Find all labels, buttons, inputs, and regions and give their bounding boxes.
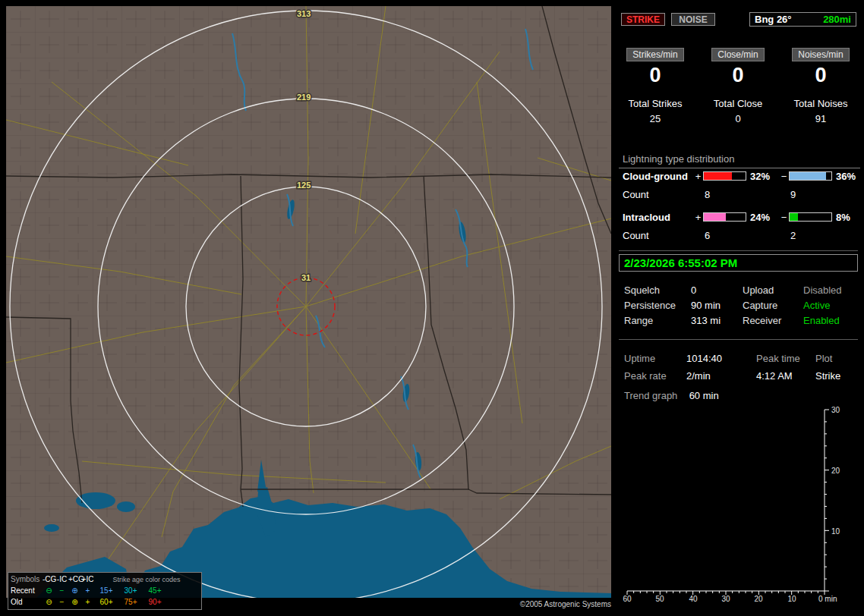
pos-cg-recent-icon: ⊕ <box>68 586 81 595</box>
plot-value: Strike <box>815 370 856 382</box>
peak-time-value: 4:12 AM <box>756 370 815 382</box>
cg-plus-pct: 32% <box>746 171 779 182</box>
age-75: 75+ <box>118 598 143 606</box>
intracloud-count-row: Count 6 2 <box>623 229 856 241</box>
legend-old-label: Old <box>11 598 43 606</box>
map-area[interactable]: 313 219 125 31 <box>6 6 611 598</box>
ic-minus-count: 2 <box>789 230 832 241</box>
neg-ic-recent-icon: − <box>55 586 68 595</box>
x-tick-60: 60 <box>623 595 632 603</box>
cloud-ground-count-row: Count 8 9 <box>623 188 856 200</box>
close-column: Close/min 0 Total Close 0 <box>705 48 771 124</box>
distribution-title: Lightning type distribution <box>619 153 860 168</box>
peak-time-label: Peak time <box>756 353 815 364</box>
ring-label-31: 31 <box>301 273 311 282</box>
persistence-value: 90 min <box>691 300 743 311</box>
ic-plus-bar <box>703 212 746 222</box>
squelch-value: 0 <box>691 284 743 296</box>
noises-column: Noises/min 0 Total Noises 91 <box>788 48 853 124</box>
strike-toggle-button[interactable]: STRIKE <box>621 13 665 26</box>
x-tick-0min: 0 min <box>818 595 837 603</box>
ic-minus-pct: 8% <box>832 212 854 223</box>
ic-minus-bar <box>789 212 832 222</box>
legend-col-pos-ic: +IC <box>81 575 94 583</box>
count-label: Count <box>623 189 693 200</box>
copyright-text: ©2005 Astrogenic Systems <box>425 600 611 608</box>
bearing-range-display: Bng 26° 280mi <box>749 12 856 27</box>
age-15: 15+ <box>94 586 118 595</box>
bearing-label: Bng 26° <box>755 14 792 25</box>
neg-cg-recent-icon: ⊖ <box>43 586 55 595</box>
ring-label-313: 313 <box>297 9 311 18</box>
ring-label-125: 125 <box>297 181 311 190</box>
ic-plus-count: 6 <box>703 230 746 241</box>
age-60: 60+ <box>94 598 118 606</box>
noises-per-min-value: 0 <box>815 64 826 86</box>
pos-cg-old-icon: ⊕ <box>68 598 81 606</box>
legend-recent-label: Recent <box>11 586 43 595</box>
cg-minus-pct: 36% <box>832 171 854 182</box>
legend-age-header: Strike age color codes <box>94 576 199 583</box>
legend-old-row: Old ⊖ − ⊕ + 60+ 75+ 90+ <box>11 596 199 608</box>
squelch-label: Squelch <box>624 284 691 296</box>
map-legend: Symbols -CG -IC +CG +IC Strike age color… <box>8 572 202 610</box>
trend-graph-chart: 30 20 10 60 50 40 30 20 10 0 min <box>621 404 858 610</box>
intracloud-label: Intracloud <box>623 212 693 223</box>
stats-table: Uptime 1014:40 Peak time Plot Peak rate … <box>624 350 856 385</box>
range-label: Range <box>624 315 691 326</box>
x-tick-30: 30 <box>721 595 730 603</box>
ic-plus-pct: 24% <box>746 212 779 223</box>
plus-sign: + <box>693 171 703 182</box>
trend-graph-row: Trend graph 60 min <box>624 390 719 401</box>
neg-cg-old-icon: ⊖ <box>43 598 55 606</box>
peak-rate-value: 2/min <box>686 370 756 382</box>
age-30: 30+ <box>118 586 143 595</box>
minus-sign: − <box>779 171 789 182</box>
total-strikes-label: Total Strikes <box>629 98 683 109</box>
legend-col-neg-ic: -IC <box>55 575 68 583</box>
receiver-status: Enabled <box>803 315 856 326</box>
range-value: 313 mi <box>691 315 743 326</box>
cg-plus-count: 8 <box>703 189 746 200</box>
map-svg: 313 219 125 31 <box>6 6 611 598</box>
separator <box>619 339 858 340</box>
cg-minus-bar <box>789 171 832 181</box>
total-close-value: 0 <box>735 113 740 124</box>
y-tick-30: 30 <box>831 406 840 414</box>
cloud-ground-label: Cloud-ground <box>623 171 693 182</box>
noises-per-min-button[interactable]: Noises/min <box>792 48 849 61</box>
settings-table: Squelch 0 Upload Disabled Persistence 90… <box>624 282 856 328</box>
capture-label: Capture <box>743 300 803 311</box>
neg-ic-old-icon: − <box>55 598 68 606</box>
capture-status: Active <box>803 300 856 311</box>
close-per-min-button[interactable]: Close/min <box>711 48 764 61</box>
upload-status: Disabled <box>803 284 856 296</box>
legend-symbols-header: Symbols <box>11 575 43 583</box>
x-tick-10: 10 <box>787 595 796 603</box>
y-tick-10: 10 <box>831 527 840 536</box>
upload-label: Upload <box>743 284 803 296</box>
strikes-column: Strikes/min 0 Total Strikes 25 <box>623 48 688 124</box>
uptime-label: Uptime <box>624 353 686 364</box>
plus-sign: + <box>693 212 703 223</box>
trend-graph-label: Trend graph <box>624 390 686 401</box>
minus-sign: − <box>779 212 789 223</box>
axis-ticks <box>627 410 829 595</box>
legend-col-pos-cg: +CG <box>68 575 81 583</box>
noise-toggle-button[interactable]: NOISE <box>671 13 715 26</box>
bearing-range-value: 280mi <box>823 14 851 25</box>
age-90: 90+ <box>143 598 167 606</box>
pos-ic-old-icon: + <box>81 598 94 606</box>
strikes-per-min-button[interactable]: Strikes/min <box>626 48 683 61</box>
legend-header-row: Symbols -CG -IC +CG +IC Strike age color… <box>11 574 199 585</box>
clock-display: 2/23/2026 6:55:02 PM <box>619 254 858 272</box>
receiver-label: Receiver <box>743 315 803 326</box>
trend-graph-value: 60 min <box>689 390 719 401</box>
close-per-min-value: 0 <box>732 64 743 86</box>
x-tick-40: 40 <box>689 595 698 603</box>
cg-plus-bar <box>703 171 746 181</box>
strikes-per-min-value: 0 <box>649 64 661 86</box>
count-label: Count <box>623 230 693 241</box>
intracloud-row: Intracloud + 24% − 8% <box>623 211 856 223</box>
total-noises-value: 91 <box>815 113 826 124</box>
